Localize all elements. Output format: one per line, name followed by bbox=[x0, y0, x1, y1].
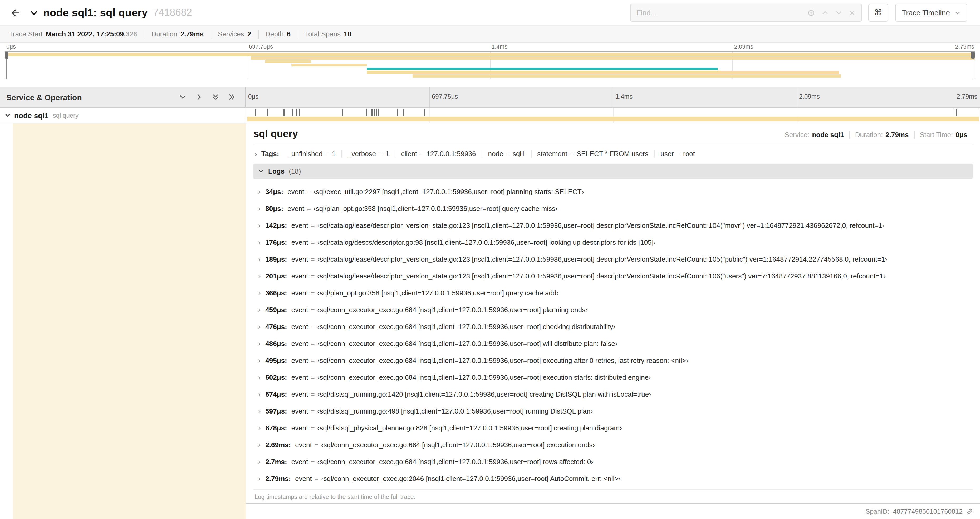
chevron-right-icon[interactable]: › bbox=[258, 323, 261, 330]
chevron-right-icon[interactable]: › bbox=[258, 475, 261, 482]
log-entry-row[interactable]: › 459μs: event=‹sql/conn_executor_exec.g… bbox=[258, 301, 973, 318]
log-marker-tick[interactable] bbox=[954, 109, 955, 116]
trace-view-selector[interactable]: Trace Timeline bbox=[895, 4, 967, 22]
log-marker-tick[interactable] bbox=[978, 109, 979, 116]
log-timestamp: 80μs: bbox=[265, 204, 283, 212]
tags-toggle-row[interactable]: › Tags: _unfinished = 1 _verbose = 1 bbox=[253, 145, 973, 162]
chevron-right-icon[interactable]: › bbox=[258, 340, 261, 347]
log-marker-tick[interactable] bbox=[267, 109, 268, 116]
log-marker-tick[interactable] bbox=[293, 109, 293, 116]
log-entry-row[interactable]: › 678μs: event=‹sql/distsql_physical_pla… bbox=[258, 419, 973, 436]
log-entry-row[interactable]: › 189μs: event=‹sql/catalog/lease/descri… bbox=[258, 251, 973, 267]
chevron-right-icon[interactable]: › bbox=[258, 255, 261, 263]
log-entry-row[interactable]: › 597μs: event=‹sql/distsql_running.go:4… bbox=[258, 402, 973, 419]
log-marker-tick[interactable] bbox=[283, 109, 284, 116]
log-marker-tick[interactable] bbox=[956, 109, 957, 116]
link-icon[interactable] bbox=[966, 508, 973, 515]
chevron-right-icon[interactable]: › bbox=[258, 374, 261, 381]
summary-item: Total Spans 10 bbox=[298, 29, 358, 39]
logs-footnote: Log timestamps are relative to the start… bbox=[253, 489, 973, 500]
span-row[interactable]: node sql1 sql query bbox=[0, 108, 980, 123]
tag-item: user = root bbox=[654, 150, 701, 158]
chevron-right-icon[interactable]: › bbox=[258, 458, 261, 465]
find-input[interactable] bbox=[636, 8, 800, 17]
log-marker-tick[interactable] bbox=[255, 109, 256, 116]
log-marker-tick[interactable] bbox=[342, 109, 343, 116]
log-entry-row[interactable]: › 201μs: event=‹sql/catalog/lease/descri… bbox=[258, 267, 973, 284]
keyboard-shortcuts-button[interactable]: ⌘ bbox=[868, 4, 888, 22]
log-entry-row[interactable]: › 176μs: event=‹sql/catalog/descs/descri… bbox=[258, 234, 973, 251]
log-entry-row[interactable]: › 2.79ms: event=‹sql/conn_executor_exec.… bbox=[258, 470, 973, 487]
chevron-right-icon[interactable]: › bbox=[258, 356, 261, 364]
log-entry-row[interactable]: › 2.7ms: event=‹sql/conn_executor_exec.g… bbox=[258, 453, 973, 470]
expand-one-icon[interactable] bbox=[196, 93, 203, 101]
chevron-right-icon[interactable]: › bbox=[258, 306, 261, 313]
tags-label: Tags: bbox=[261, 150, 279, 158]
log-event-text: event=‹sql/conn_executor_exec.go:684 [ns… bbox=[291, 373, 651, 381]
log-marker-tick[interactable] bbox=[374, 109, 375, 116]
log-marker-tick[interactable] bbox=[425, 109, 425, 116]
log-marker-tick[interactable] bbox=[296, 109, 297, 116]
locate-icon[interactable] bbox=[807, 9, 815, 17]
log-entry-row[interactable]: › 486μs: event=‹sql/conn_executor_exec.g… bbox=[258, 335, 973, 352]
log-entry-row[interactable]: › 142μs: event=‹sql/catalog/lease/descri… bbox=[258, 217, 973, 234]
log-marker-tick[interactable] bbox=[299, 109, 300, 116]
log-marker-tick[interactable] bbox=[366, 109, 367, 116]
chevron-up-icon[interactable] bbox=[821, 9, 829, 16]
collapse-all-icon[interactable] bbox=[212, 93, 219, 101]
chevron-down-icon bbox=[30, 8, 38, 17]
trace-collapse-toggle[interactable] bbox=[30, 8, 38, 17]
find-bar bbox=[630, 4, 862, 22]
back-button[interactable] bbox=[6, 4, 24, 22]
chevron-right-icon[interactable]: › bbox=[258, 204, 261, 212]
chevron-down-icon bbox=[258, 168, 264, 174]
timeline-header: Service & Operation bbox=[0, 87, 980, 108]
span-duration-bar[interactable] bbox=[247, 117, 979, 121]
chevron-right-icon[interactable]: › bbox=[258, 424, 261, 431]
chevron-right-icon[interactable]: › bbox=[258, 407, 261, 415]
log-marker-tick[interactable] bbox=[376, 109, 377, 116]
log-entry-row[interactable]: › 2.69ms: event=‹sql/conn_executor_exec.… bbox=[258, 436, 973, 453]
tag-item: _verbose = 1 bbox=[341, 150, 395, 158]
log-entry-row[interactable]: › 366μs: event=‹sql/plan_opt.go:358 [nsq… bbox=[258, 284, 973, 301]
log-marker-tick[interactable] bbox=[378, 109, 379, 116]
ruler-time-label: 1.4ms bbox=[613, 93, 633, 100]
collapse-one-icon[interactable] bbox=[179, 93, 186, 101]
minimap-canvas[interactable] bbox=[5, 51, 975, 79]
scrubber-grip[interactable] bbox=[971, 52, 975, 59]
minimap-right-scrubber[interactable] bbox=[973, 52, 973, 78]
log-timestamp: 678μs: bbox=[265, 424, 287, 432]
chevron-down-icon[interactable] bbox=[835, 9, 842, 16]
log-entry-row[interactable]: › 476μs: event=‹sql/conn_executor_exec.g… bbox=[258, 318, 973, 335]
log-event-text: event=‹sql/distsql_running.go:498 [nsql1… bbox=[291, 407, 593, 415]
minimap-left-scrubber[interactable] bbox=[6, 52, 7, 78]
expand-all-icon[interactable] bbox=[228, 93, 235, 101]
chevron-down-icon[interactable] bbox=[5, 112, 11, 118]
minimap-time-label: 697.75μs bbox=[247, 43, 273, 50]
chevron-right-icon[interactable]: › bbox=[258, 441, 261, 448]
scrubber-grip[interactable] bbox=[5, 52, 8, 59]
clear-icon[interactable] bbox=[848, 9, 855, 16]
chevron-right-icon[interactable]: › bbox=[258, 289, 261, 296]
span-row-timeline[interactable] bbox=[245, 108, 980, 123]
chevron-right-icon[interactable]: › bbox=[258, 272, 261, 279]
log-timestamp: 574μs: bbox=[265, 390, 287, 398]
log-marker-tick[interactable] bbox=[371, 109, 372, 116]
log-timestamp: 476μs: bbox=[265, 323, 287, 331]
span-detail-area: sql query Service: node sql1 Duration: 2… bbox=[0, 123, 980, 519]
chevron-right-icon[interactable]: › bbox=[258, 222, 261, 229]
chevron-right-icon[interactable]: › bbox=[258, 188, 261, 195]
chevron-right-icon[interactable]: › bbox=[258, 390, 261, 398]
log-entry-row[interactable]: › 80μs: event=‹sql/plan_opt.go:358 [nsql… bbox=[258, 200, 973, 217]
logs-toggle-header[interactable]: Logs (18) bbox=[253, 163, 973, 179]
chevron-right-icon[interactable]: › bbox=[258, 238, 261, 246]
log-entry-row[interactable]: › 34μs: event=‹sql/exec_util.go:2297 [ns… bbox=[258, 183, 973, 200]
log-entry-row[interactable]: › 502μs: event=‹sql/conn_executor_exec.g… bbox=[258, 369, 973, 386]
span-row-name-column[interactable]: node sql1 sql query bbox=[0, 108, 245, 123]
log-marker-tick[interactable] bbox=[403, 109, 404, 116]
log-entry-row[interactable]: › 495μs: event=‹sql/conn_executor_exec.g… bbox=[258, 352, 973, 369]
span-detail-panel: sql query Service: node sql1 Duration: 2… bbox=[245, 123, 980, 504]
log-entry-row[interactable]: › 574μs: event=‹sql/distsql_running.go:1… bbox=[258, 386, 973, 402]
log-marker-tick[interactable] bbox=[397, 109, 398, 116]
summary-value: 6 bbox=[287, 30, 291, 38]
